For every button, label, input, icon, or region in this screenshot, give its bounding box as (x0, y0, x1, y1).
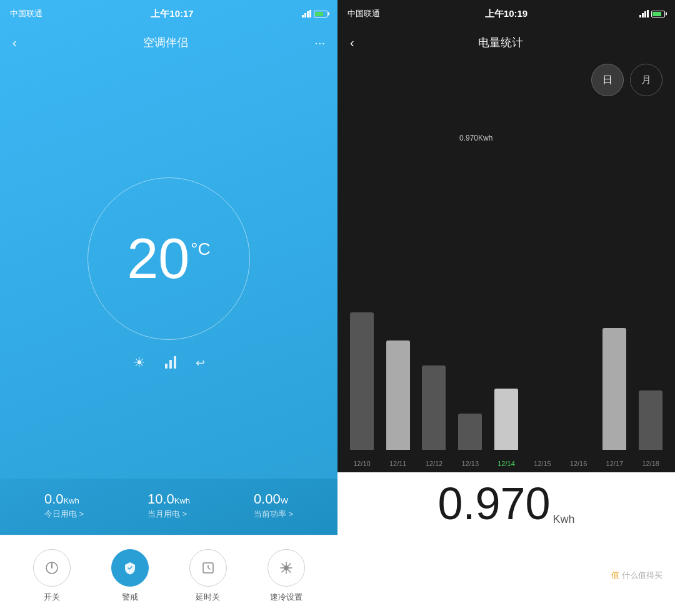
action-cool-label: 速冷设置 (270, 592, 302, 603)
stat-today-value: 0.0Kwh (44, 491, 79, 507)
stat-month-value: 10.0Kwh (148, 491, 190, 507)
chart-area: 0.970Kwh (338, 96, 675, 472)
status-icons-right (639, 10, 665, 17)
more-button-left[interactable]: ··· (314, 36, 325, 50)
cool-circle (268, 549, 305, 587)
bar-1210 (350, 312, 374, 450)
bar-group-1212 (416, 250, 452, 450)
time-left: 上午10:17 (151, 8, 193, 20)
stat-power: 0.00W 当前功率 > (254, 491, 293, 520)
right-panel: 中国联通 上午10:19 ‹ 电量统计 日 月 0.970 (338, 0, 675, 616)
stat-today-label[interactable]: 今日用电 > (44, 509, 84, 520)
bar-1212 (422, 365, 446, 450)
x-label-1214: 12/14 (488, 460, 524, 467)
temperature-display: 20 °C (127, 231, 211, 287)
svg-rect-0 (165, 364, 168, 369)
guard-circle (111, 549, 149, 587)
wind-direction-icon[interactable]: ↩ (196, 356, 205, 370)
x-label-1218: 12/18 (632, 460, 669, 467)
action-power[interactable]: 开关 (33, 549, 71, 603)
tab-row: 日 月 (338, 57, 675, 96)
time-right: 上午10:19 (485, 8, 528, 20)
brand-text: 什么值得买 (622, 570, 662, 581)
fan-speed-icon[interactable] (163, 355, 178, 372)
stat-month: 10.0Kwh 当月用电 > (148, 491, 190, 520)
page-title-left: 空调伴侣 (143, 35, 188, 50)
status-bar-left: 中国联通 上午10:17 (0, 0, 338, 27)
bar-1217 (602, 328, 626, 450)
status-bar-right: 中国联通 上午10:19 (338, 0, 675, 27)
carrier-right: 中国联通 (348, 8, 380, 19)
action-guard[interactable]: 警戒 (111, 549, 149, 603)
stat-power-label[interactable]: 当前功率 > (254, 509, 293, 520)
bar-group-1214 (488, 250, 524, 450)
bar-1213 (458, 414, 482, 450)
left-top-area: 中国联通 上午10:17 ‹ 空调伴侣 ··· (0, 0, 338, 535)
svg-line-7 (208, 568, 210, 569)
nav-bar-right: ‹ 电量统计 (338, 27, 675, 57)
value-number: 0.970 (438, 478, 550, 529)
left-panel: 中国联通 上午10:17 ‹ 空调伴侣 ··· (0, 0, 338, 616)
back-button-right[interactable]: ‹ (350, 36, 354, 50)
power-circle (33, 549, 71, 587)
bar-group-1213 (452, 250, 488, 450)
bar-1214 (494, 389, 518, 450)
signal-icon-right (639, 10, 649, 17)
battery-icon-left (314, 11, 328, 17)
tab-month[interactable]: 月 (630, 64, 662, 96)
x-label-1211: 12/11 (380, 460, 416, 467)
brand-logo-icon: 值 (611, 570, 619, 581)
battery-icon-right (651, 11, 665, 17)
x-label-1212: 12/12 (416, 460, 452, 467)
carrier-left: 中国联通 (10, 8, 42, 19)
bar-group-1218 (632, 250, 669, 450)
x-label-1215: 12/15 (524, 460, 561, 467)
stats-row: 0.0Kwh 今日用电 > 10.0Kwh 当月用电 > 0.00W 当前功率 … (0, 479, 338, 535)
action-guard-label: 警戒 (122, 592, 138, 603)
x-label-1210: 12/10 (344, 460, 380, 467)
tab-day[interactable]: 日 (591, 64, 624, 96)
bar-group-1210 (344, 250, 380, 450)
sun-icon[interactable]: ☀ (133, 355, 146, 371)
timer-circle (189, 549, 227, 587)
value-display: 0.970 Kwh (338, 472, 675, 535)
temperature-circle: 20 °C (88, 177, 250, 340)
temperature-unit: °C (191, 239, 210, 259)
action-timer-label: 延时关 (196, 592, 220, 603)
bottom-actions: 开关 警戒 延时关 (0, 535, 338, 616)
stat-today: 0.0Kwh 今日用电 > (44, 491, 84, 520)
bar-1218 (639, 390, 662, 450)
x-label-1213: 12/13 (452, 460, 488, 467)
action-cool[interactable]: 速冷设置 (268, 549, 305, 603)
stat-month-label[interactable]: 当月用电 > (148, 509, 187, 520)
value-unit: Kwh (553, 513, 575, 526)
stat-power-value: 0.00W (254, 491, 288, 507)
bar-1211 (386, 340, 410, 450)
circle-area: 20 °C ☀ ↩ (0, 57, 338, 479)
back-button-left[interactable]: ‹ (12, 36, 17, 50)
x-label-1217: 12/17 (596, 460, 632, 467)
x-axis: 12/10 12/11 12/12 12/13 12/14 12/15 12/1… (338, 460, 675, 467)
x-label-1216: 12/16 (561, 460, 597, 467)
temperature-number: 20 (127, 231, 189, 287)
bar-group-1215 (524, 250, 561, 450)
action-power-label: 开关 (44, 592, 60, 603)
svg-rect-1 (169, 360, 172, 369)
chart-tooltip: 0.970Kwh (459, 134, 492, 142)
signal-icon-left (302, 10, 311, 17)
svg-rect-2 (174, 356, 176, 369)
nav-bar-left: ‹ 空调伴侣 ··· (0, 27, 338, 57)
right-bottom: 值 什么值得买 (338, 535, 675, 616)
bars-container (338, 250, 675, 450)
bar-group-1211 (380, 250, 416, 450)
bar-group-1217 (596, 250, 632, 450)
status-icons-left (302, 10, 328, 17)
action-timer[interactable]: 延时关 (189, 549, 227, 603)
bar-group-1216 (561, 250, 597, 450)
page-title-right: 电量统计 (354, 35, 648, 50)
control-icons-row: ☀ ↩ (133, 355, 205, 372)
